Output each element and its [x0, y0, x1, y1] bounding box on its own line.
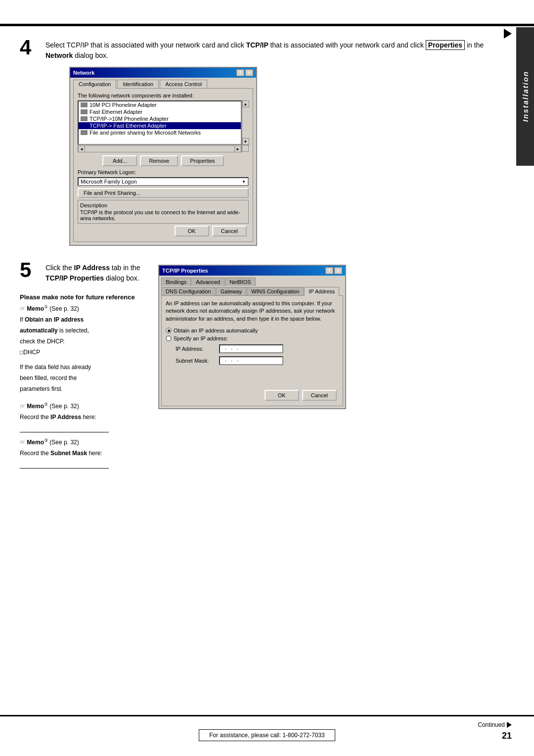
tcpip-cancel-button[interactable]: Cancel	[302, 390, 337, 401]
ip-address-row: IP Address: · · ·	[176, 344, 339, 353]
close-button[interactable]: ×	[245, 69, 253, 76]
listbox-item-3[interactable]: TCP/IP->10M Phoneline Adapter	[79, 115, 241, 122]
primary-logon-dropdown[interactable]: Microsoft Family Logon ▼	[78, 177, 249, 186]
step5-number: 5	[20, 260, 38, 281]
tcpip-help-button[interactable]: ?	[325, 267, 333, 274]
description-text: TCP/IP is the protocol you use to connec…	[80, 209, 246, 221]
tcpip-title: TCP/IP Properties	[162, 268, 208, 274]
memo1-spacer	[20, 359, 158, 363]
tab-dns[interactable]: DNS Configuration	[161, 287, 216, 295]
hscroll-row: ◄ ►	[78, 145, 249, 152]
step5-tcpip-props: TCP/IP Properties	[45, 274, 104, 282]
scroll-right[interactable]: ►	[234, 145, 241, 152]
installation-label: Installation	[521, 71, 530, 122]
memo1-line6: been filled, record the	[20, 374, 158, 382]
tab-identification[interactable]: Identification	[117, 80, 159, 88]
components-listbox[interactable]: 10M PCI Phoneline Adapter Fast Ethernet …	[78, 100, 242, 145]
tab-ipaddress[interactable]: IP Address	[304, 287, 339, 296]
continued-label: Continued	[478, 721, 505, 728]
tab-access-control[interactable]: Access Control	[160, 80, 207, 88]
titlebar-buttons: ? ×	[236, 69, 253, 76]
network-dialog-buttons: Add... Remove Properties	[78, 155, 249, 166]
scroll-up[interactable]: ▲	[242, 100, 249, 107]
tab-advanced[interactable]: Advanced	[191, 278, 224, 286]
page-number: 21	[502, 731, 512, 741]
top-bar	[0, 24, 534, 26]
cancel-button[interactable]: Cancel	[212, 226, 247, 236]
memo2-line1: ☞ Memo② (See p. 32)	[20, 401, 158, 411]
tcpip-ok-button[interactable]: OK	[265, 390, 299, 401]
tab-gateway[interactable]: Gateway	[216, 287, 246, 295]
memo1-line4: check the DHCP.	[20, 337, 158, 346]
step5-dialog: dialog box.	[106, 274, 139, 282]
listbox-item-4[interactable]: TCP/IP-> Fast Ethernet Adapter	[79, 122, 241, 129]
file-sharing-row: File and Print Sharing...	[78, 188, 249, 198]
memo2-sup: ②	[44, 402, 48, 407]
memo1-line1: ☞ Memo① (See p. 32)	[20, 304, 158, 313]
listbox-scrollbar[interactable]: ▲ ▼	[242, 100, 249, 145]
radio-specify[interactable]	[166, 335, 172, 341]
tab-wins[interactable]: WINS Configuration	[247, 287, 304, 295]
tab-configuration[interactable]: Configuration	[73, 80, 116, 89]
tab-netbios[interactable]: NetBIOS	[225, 278, 255, 286]
tcpip-spacer	[166, 368, 339, 388]
file-sharing-button[interactable]: File and Print Sharing...	[78, 188, 249, 198]
footer-area: For assistance, please call: 1-800-272-7…	[0, 729, 534, 741]
step5-click: Click the	[45, 264, 72, 272]
step5-instruction-row: 5 Click the IP Address tab in the TCP/IP…	[20, 260, 158, 284]
subnet-mask-input[interactable]: · · ·	[219, 356, 283, 365]
network-dialog-body: The following network components are ins…	[73, 88, 253, 242]
step4-in: in the	[467, 41, 484, 49]
h-scrollbar[interactable]: ◄ ►	[78, 145, 242, 152]
ip-address-input[interactable]: · · ·	[219, 344, 283, 353]
network-dialog-container: Network ? × Configuration Identification…	[69, 67, 480, 246]
remove-button[interactable]: Remove	[140, 155, 178, 166]
properties-button[interactable]: Properties	[181, 155, 223, 166]
component-5-label: File and printer sharing for Microsoft N…	[89, 130, 201, 136]
footer-box: For assistance, please call: 1-800-272-7…	[199, 729, 335, 741]
scroll-down[interactable]: ▼	[242, 138, 249, 145]
component-icon-3	[81, 116, 88, 121]
ok-button[interactable]: OK	[175, 226, 209, 236]
memo2-label: Memo	[27, 403, 44, 410]
component-2-label: Fast Ethernet Adapter	[89, 109, 142, 115]
add-button[interactable]: Add...	[102, 155, 137, 166]
tab-bindings[interactable]: Bindings	[161, 278, 191, 286]
continued-text: Continued	[478, 721, 512, 728]
radio-obtain[interactable]	[166, 328, 172, 333]
step4-network: Network	[45, 51, 73, 59]
listbox-item-5[interactable]: File and printer sharing for Microsoft N…	[79, 129, 241, 136]
step5-notes: 5 Click the IP Address tab in the TCP/IP…	[20, 260, 158, 473]
step4-tcpip: TCP/IP	[246, 41, 270, 49]
memo3-field	[20, 460, 109, 469]
radio-obtain-row: Obtain an IP address automatically	[166, 328, 339, 333]
tcpip-close-button[interactable]: ×	[334, 267, 342, 274]
description-label: Description	[80, 202, 246, 208]
notes-title: Please make note for future reference	[20, 293, 158, 301]
subnet-mask-label: Subnet Mask:	[176, 358, 215, 364]
scroll-left[interactable]: ◄	[78, 145, 85, 152]
tcpip-tabs-row2: DNS Configuration Gateway WINS Configura…	[159, 286, 345, 295]
network-dialog-titlebar: Network ? ×	[70, 68, 256, 78]
ip-dot1: · · ·	[222, 346, 239, 352]
memo1-line2: If Obtain an IP address	[20, 315, 158, 324]
ip-address-label: IP Address:	[176, 346, 215, 352]
continued-arrow	[507, 722, 512, 728]
memo1-sup: ①	[44, 304, 48, 309]
scroll-corner	[242, 145, 249, 152]
radio-specify-row: Specify an IP address:	[166, 335, 339, 341]
primary-logon-dropdown-row: Microsoft Family Logon ▼	[78, 177, 249, 186]
description-box: Description TCP/IP is the protocol you u…	[78, 200, 249, 224]
radio-obtain-label: Obtain an IP address automatically	[174, 328, 258, 333]
help-button[interactable]: ?	[236, 69, 244, 76]
tcpip-titlebar-buttons: ? ×	[325, 267, 342, 274]
memo3-icon: ☞	[20, 439, 25, 446]
step5-tab-in: tab in the	[112, 264, 140, 272]
step4-container: 4 Select TCP/IP that is associated with …	[20, 37, 509, 61]
components-listbox-wrapper: 10M PCI Phoneline Adapter Fast Ethernet …	[78, 100, 249, 145]
listbox-item-1[interactable]: 10M PCI Phoneline Adapter	[79, 101, 241, 108]
listbox-item-2[interactable]: Fast Ethernet Adapter	[79, 108, 241, 115]
memo2-seep: (See p. 32)	[49, 403, 79, 410]
ok-cancel-row: OK Cancel	[78, 226, 249, 236]
step4-instruction3: dialog box.	[75, 51, 108, 59]
